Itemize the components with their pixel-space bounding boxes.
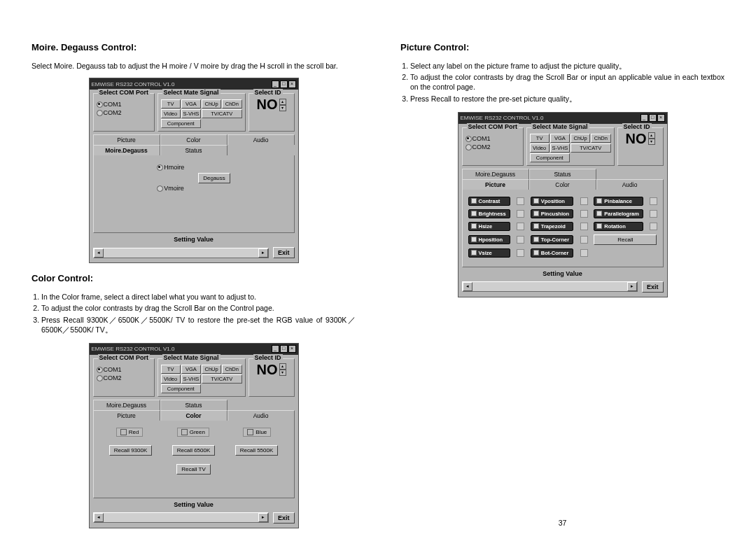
radio-com1[interactable]: COM1 [97,101,151,108]
btn-hposition[interactable]: Hposition [468,235,510,244]
page-right: Picture Control: Select any label on the… [400,42,724,527]
tab-moire[interactable]: Moire.Degauss [462,169,529,179]
picture-steps: Select any label on the picture frame to… [400,61,724,105]
btn-pincushion[interactable]: Pincushion [531,209,573,218]
btn-trapezoid[interactable]: Trapezoid [531,222,573,231]
window-moire: EMWISE RS232 CONTROL V1.0 _□× Select COM… [89,78,299,263]
sig-component[interactable]: Component [161,119,202,128]
tab-audio[interactable]: Audio [227,134,295,145]
window-color: EMWISE RS232 CONTROL V1.0 _□× Select COM… [89,343,299,528]
tab-status[interactable]: Status [160,145,227,155]
radio-com2[interactable]: COM2 [465,143,520,150]
tabbody-color: Red Green Blue Recall 9300K Recall 6500K… [93,421,295,498]
tab-audio[interactable]: Audio [227,410,295,421]
tab-moire[interactable]: Moire.Degauss [93,145,160,155]
tab-color[interactable]: Color [160,410,227,421]
sig-vga[interactable]: VGA [181,99,201,108]
tabbody-moire: Hmoire Vmoire Degauss [93,155,295,233]
group-selectid: Select ID NO ▴▾ [248,93,295,132]
setting-scrollbar[interactable]: ◂ ▸ [93,248,269,258]
tab-color[interactable]: Color [529,179,596,190]
btn-vposition[interactable]: Vposition [531,197,573,206]
radio-com1[interactable]: COM1 [465,135,520,142]
tab-color[interactable]: Color [160,134,227,145]
radio-com2[interactable]: COM2 [97,109,151,116]
tabbody-picture: Contrast Vposition Pinbalance Brightness… [462,190,664,267]
btn-contrast[interactable]: Contrast [468,197,510,206]
degauss-button[interactable]: Degauss [198,173,230,183]
sig-tvcatv[interactable]: TV/CATV [202,109,242,118]
color-steps: In the Color frame, select a direct labe… [31,292,356,336]
group-comport: Select COM Port COM1 COM2 [93,93,155,132]
heading-color: Color Control: [31,273,356,283]
exit-button[interactable]: Exit [642,281,664,293]
window-title: EMWISE RS232 CONTROL V1.0 [92,81,175,87]
btn-brightness[interactable]: Brightness [468,209,510,218]
recall-6500[interactable]: Recall 6500K [172,445,216,456]
sig-chdn[interactable]: ChDn [222,99,241,108]
heading-moire: Moire. Degauss Control: [31,42,356,52]
page-number-right: 37 [400,517,724,527]
radio-com1[interactable]: COM1 [97,366,151,373]
sig-chup[interactable]: ChUp [202,99,221,108]
recall-button[interactable]: Recall [594,234,657,245]
tab-picture[interactable]: Picture [93,134,160,145]
tab-audio[interactable]: Audio [596,179,664,190]
titlebar: EMWISE RS232 CONTROL V1.0 _□× [90,78,298,90]
sig-svhs[interactable]: S-VHS [181,109,201,118]
radio-vmoire[interactable]: Vmoire [157,185,184,192]
btn-parallelogram[interactable]: Parallelogram [594,209,643,218]
color-blue[interactable]: Blue [243,428,271,437]
color-green[interactable]: Green [177,428,209,437]
tab-moire[interactable]: Moire.Degauss [93,400,160,410]
btn-botcorner[interactable]: Bot-Corner [531,248,573,258]
setting-scrollbar[interactable]: ◂▸ [93,512,269,523]
recall-tv[interactable]: Recall TV [176,464,211,475]
recall-9300[interactable]: Recall 9300K [109,445,153,456]
btn-vsize[interactable]: Vsize [468,248,510,258]
radio-com2[interactable]: COM2 [97,374,151,381]
window-picture: EMWISE RS232 CONTROL V1.0 _□× Select COM… [458,112,668,297]
color-red[interactable]: Red [116,428,144,437]
btn-topcorner[interactable]: Top-Corner [531,235,573,244]
btn-hsize[interactable]: Hsize [468,222,510,231]
setting-scrollbar[interactable]: ◂▸ [462,281,638,292]
heading-picture: Picture Control: [400,42,724,52]
recall-5500[interactable]: Recall 5500K [235,445,279,456]
exit-button[interactable]: Exit [273,247,295,258]
tab-status[interactable]: Status [529,169,596,179]
sig-tv[interactable]: TV [161,99,181,108]
page-left: Moire. Degauss Control: Select Moire. De… [31,42,356,527]
selectid-spinner[interactable]: ▴▾ [279,99,286,111]
tab-status[interactable]: Status [160,400,227,410]
group-signal: Select Mate Signal TV VGA ChUp ChDn Vide… [158,93,246,132]
titlebar: EMWISE RS232 CONTROL V1.0 _□× [458,113,667,124]
titlebar: EMWISE RS232 CONTROL V1.0 _□× [90,344,298,355]
btn-rotation[interactable]: Rotation [594,222,643,231]
tab-picture[interactable]: Picture [462,179,529,190]
scroll-right-icon[interactable]: ▸ [258,248,268,258]
sig-video[interactable]: Video [161,109,181,118]
setting-value-label: Setting Value [174,236,214,243]
radio-hmoire[interactable]: Hmoire [157,164,184,171]
scroll-left-icon[interactable]: ◂ [94,248,104,258]
exit-button[interactable]: Exit [273,512,295,524]
moire-body: Select Moire. Degauss tab to adjust the … [31,61,356,71]
selectid-value: NO [257,97,278,113]
btn-pinbalance[interactable]: Pinbalance [594,197,643,206]
tab-picture[interactable]: Picture [93,410,160,421]
window-buttons[interactable]: _□× [271,80,296,88]
